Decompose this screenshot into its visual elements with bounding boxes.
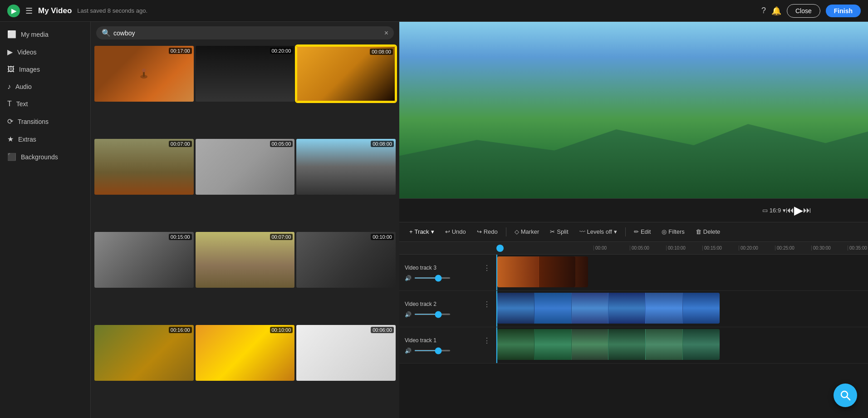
media-thumb[interactable]: 00:10:00 <box>196 325 295 381</box>
undo-button[interactable]: ↩ Undo <box>441 226 471 237</box>
images-icon: 🖼 <box>7 65 15 74</box>
media-thumb[interactable]: 00:07:00 <box>94 139 194 195</box>
media-duration: 00:17:00 <box>169 48 192 54</box>
track-name-1: Video track 1 <box>405 337 436 344</box>
sidebar-item-audio[interactable]: ♪ Audio <box>0 78 90 95</box>
media-duration: 00:15:00 <box>169 234 192 240</box>
ruler-mark: 00:10:00 <box>666 246 702 251</box>
sidebar-item-backgrounds[interactable]: ⬛ Backgrounds <box>0 148 90 166</box>
split-icon: ✂ <box>550 228 555 235</box>
track-content-1[interactable]: 1 <box>496 327 868 363</box>
play-button[interactable]: ▶ <box>794 203 803 217</box>
media-duration: 00:05:00 <box>270 141 293 147</box>
ratio-button[interactable]: ▭ 16:9 ▾ <box>762 207 786 214</box>
search-fab-button[interactable] <box>834 384 857 407</box>
sidebar-item-extras[interactable]: ★ Extras <box>0 130 90 148</box>
skip-forward-button[interactable]: ⏭ <box>803 206 811 215</box>
search-bar: 🔍 × <box>91 22 399 44</box>
sidebar-label-extras: Extras <box>18 136 36 143</box>
search-input-wrap: 🔍 × <box>96 26 394 39</box>
skip-back-button[interactable]: ⏮ <box>786 206 794 215</box>
clip-2[interactable] <box>497 293 720 324</box>
levels-button[interactable]: 〰 Levels off ▾ <box>575 226 622 237</box>
notifications-icon[interactable]: 🔔 <box>771 6 781 16</box>
media-thumb[interactable]: 00:20:00 <box>196 46 295 102</box>
clip-1[interactable] <box>497 329 720 360</box>
track-content-2[interactable]: 2 <box>496 291 868 327</box>
ruler-mark: 00:35:00 <box>848 246 868 251</box>
media-thumb[interactable]: 00:06:00 <box>296 325 396 381</box>
track-menu-button-3[interactable]: ⋮ <box>483 264 490 272</box>
ratio-icon: ▭ <box>762 207 768 214</box>
track-label-1: Video track 1 ⋮ 🔊 <box>399 327 496 363</box>
hamburger-menu-icon[interactable]: ☰ <box>25 6 33 16</box>
sidebar-label-text: Text <box>16 100 28 108</box>
media-duration: 00:20:00 <box>270 48 293 54</box>
text-icon: T <box>7 100 12 108</box>
media-duration: 00:06:00 <box>371 327 394 333</box>
volume-slider-3[interactable] <box>414 277 451 279</box>
ruler-mark: 00:15:00 <box>702 246 739 251</box>
media-duration: 00:16:00 <box>169 327 192 333</box>
my-media-icon: ⬜ <box>7 30 16 39</box>
backgrounds-icon: ⬛ <box>7 152 16 161</box>
search-icon: 🔍 <box>102 29 111 37</box>
volume-icon-2: 🔊 <box>405 311 412 318</box>
sidebar-item-transitions[interactable]: ⟳ Transitions <box>0 113 90 130</box>
marker-label: Marker <box>521 228 539 235</box>
edit-label: Edit <box>641 228 651 235</box>
clip-3[interactable] <box>497 256 588 287</box>
sidebar-item-videos[interactable]: ▶ Videos <box>0 43 90 61</box>
ratio-label: 16:9 <box>770 207 781 214</box>
topbar-actions: ? 🔔 Close Finish <box>761 4 861 18</box>
volume-slider-1[interactable] <box>414 350 451 351</box>
preview-background: 1 2 3 <box>399 22 868 198</box>
media-thumb[interactable]: 00:15:00 <box>94 232 194 288</box>
media-thumb[interactable]: 00:17:00 <box>94 46 194 102</box>
project-title: My Video <box>38 6 72 15</box>
split-button[interactable]: ✂ Split <box>545 226 573 237</box>
edit-icon: ✏ <box>634 228 639 235</box>
media-panel: 🔍 × 00:17:00 00:20:00 00:08:00 <box>91 22 399 418</box>
sidebar-item-my-media[interactable]: ⬜ My media <box>0 25 90 43</box>
sidebar: ⬜ My media ▶ Videos 🖼 Images ♪ Audio T T… <box>0 22 91 418</box>
redo-icon: ↪ <box>477 228 482 235</box>
search-clear-icon[interactable]: × <box>384 29 388 37</box>
media-thumb[interactable]: 00:16:00 <box>94 325 194 381</box>
track-menu-button-1[interactable]: ⋮ <box>483 336 490 345</box>
media-thumb[interactable]: 00:07:00 <box>196 232 295 288</box>
close-button[interactable]: Close <box>787 4 820 18</box>
finish-button[interactable]: Finish <box>826 5 861 17</box>
volume-slider-2[interactable] <box>414 314 451 315</box>
media-thumb[interactable]: 00:10:00 <box>296 232 396 288</box>
edit-button[interactable]: ✏ Edit <box>629 226 655 237</box>
right-panel: 1 2 3 ▭ 16:9 ▾ ⏮ ▶ ⏭ ⛶ <box>399 22 868 418</box>
media-thumb[interactable]: 00:05:00 <box>196 139 295 195</box>
sidebar-label-images: Images <box>19 66 40 73</box>
filters-label: Filters <box>668 228 684 235</box>
filters-button[interactable]: ◎ Filters <box>657 226 689 237</box>
marker-button[interactable]: ◇ Marker <box>510 226 544 237</box>
search-input[interactable] <box>113 30 382 37</box>
ruler-mark: 00:05:00 <box>630 246 666 251</box>
toolbar-separator-1 <box>506 227 506 236</box>
app-logo: ▶ <box>7 5 20 17</box>
playhead-line <box>496 291 497 327</box>
media-duration: 00:07:00 <box>169 141 192 147</box>
redo-button[interactable]: ↪ Redo <box>472 226 502 237</box>
sidebar-item-text[interactable]: T Text <box>0 95 90 113</box>
split-label: Split <box>557 228 568 235</box>
add-track-button[interactable]: + Track ▾ <box>405 226 439 237</box>
track-menu-button-2[interactable]: ⋮ <box>483 300 490 309</box>
timeline-area: 00:00 00:05:00 00:10:00 00:15:00 00:20:0… <box>399 242 868 418</box>
track-content-3[interactable]: 3 <box>496 255 868 290</box>
track-volume-3: 🔊 <box>405 275 490 281</box>
sidebar-label-transitions: Transitions <box>18 118 49 125</box>
levels-label: Levels off <box>587 228 612 235</box>
sidebar-item-images[interactable]: 🖼 Images <box>0 61 90 78</box>
media-thumb[interactable]: 00:08:00 <box>296 139 396 195</box>
delete-button[interactable]: 🗑 Delete <box>691 226 725 237</box>
playhead-line <box>496 255 497 290</box>
media-thumb[interactable]: 00:08:00 <box>296 46 396 102</box>
help-icon[interactable]: ? <box>761 6 766 15</box>
